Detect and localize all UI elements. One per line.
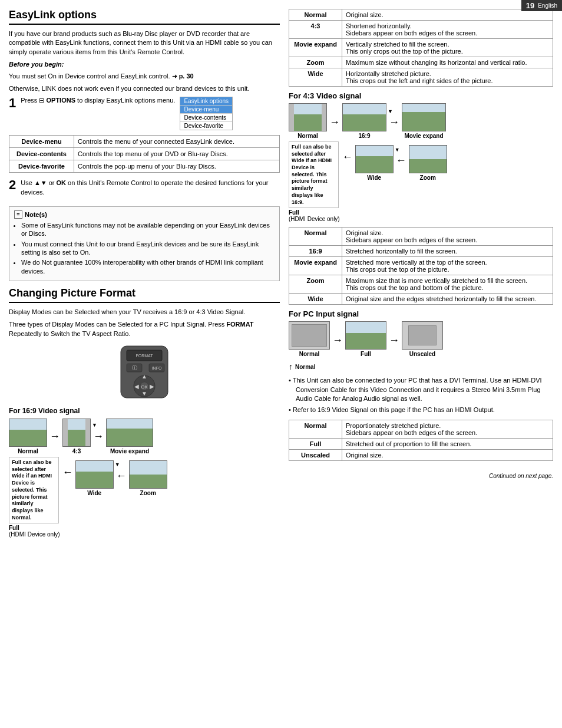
normal-pc-label: Normal: [299, 351, 319, 357]
picture-format-intro2: Three types of Display Modes can be Sele…: [9, 320, 280, 338]
caption-box-4-3: Full can also be selected after Wide if …: [289, 141, 339, 208]
arrow-l2-4-3: ▼←: [396, 154, 406, 167]
page-badge: 19 English: [521, 0, 562, 11]
table-row: Wide Original size and the edges stretch…: [289, 294, 553, 305]
arrow-l1-4-3: ←: [342, 151, 353, 163]
note-label: Note(s): [25, 211, 47, 218]
hdmi-only-label-4-3: (HDMI Device only): [289, 216, 340, 222]
desc-zoom-4-3: Maximum size that is more vertically str…: [342, 275, 553, 294]
step2-text: Use ▲▼ or OK on this Unit's Remote Contr…: [21, 179, 280, 197]
svg-text:FORMAT: FORMAT: [135, 354, 153, 358]
before-begin-text1: You must set On in Device control and Ea…: [9, 72, 280, 81]
caption-column-4-3: Full can also be selected after Wide if …: [289, 141, 340, 222]
zoom-box: [129, 460, 167, 489]
signal-4-3-title: For 4:3 Video signal: [289, 91, 553, 100]
arrow-r1: →: [329, 116, 340, 129]
table-row: Zoom Maximum size that is more verticall…: [289, 275, 553, 294]
svg-text:▶: ▶: [150, 383, 154, 390]
right-column: Normal Original size. 4:3 Shortened hori…: [289, 9, 553, 719]
popup-item-0[interactable]: Device-menu: [180, 105, 232, 113]
svg-text:ⓘ: ⓘ: [132, 365, 137, 371]
label-normal: Normal: [289, 9, 342, 21]
desc-unscaled-pc: Original size.: [342, 449, 553, 460]
table-row: 16:9 Stretched horizontally to fill the …: [289, 246, 553, 257]
table-row: 4:3 Shortened horizontally.Sidebars appe…: [289, 21, 553, 39]
popup-item-1[interactable]: Device-contents: [180, 113, 232, 121]
format-table-4-3: Normal Original size.Sidebars appear on …: [289, 227, 553, 305]
table-row: Device-favorite Controls the pop-up menu…: [9, 160, 280, 173]
caption-text: Full can also be selected after Wide if …: [12, 459, 52, 521]
remote-control-svg: FORMAT INFO ⓘ ▲ ▼ ◀ ▶ OK: [109, 343, 180, 402]
easylink-popup: EasyLink options Device-menu Device-cont…: [180, 97, 233, 130]
pc-normal-label: Normal: [295, 364, 315, 370]
step1-number: 1: [9, 97, 16, 110]
arrow-left-2: ▼←: [116, 470, 127, 482]
arrow-right-1: →: [49, 430, 60, 443]
format-table-16-9: Normal Original size. 4:3 Shortened hori…: [289, 9, 553, 87]
table-row: Zoom Maximum size without changing its h…: [289, 57, 553, 68]
diagram-row-2-wrapper: Full can also be selected after Wide if …: [9, 457, 280, 538]
indicator-down-2: ▼: [115, 462, 120, 467]
easylink-intro: If you have our brand products such as B…: [9, 29, 280, 57]
label-movie-expand: Movie expand: [289, 39, 342, 57]
diag-normal-pc: Normal: [289, 321, 330, 357]
16-9-box: [342, 103, 386, 131]
movie-expand-label: Movie expand: [110, 448, 149, 454]
unscaled-pc-box: [402, 321, 443, 350]
signal-16-9-section: For 16:9 Video signal Normal →: [9, 407, 280, 538]
note-item: We do Not guarantee 100% interoperabilit…: [21, 258, 275, 275]
label-normal-pc: Normal: [289, 420, 342, 438]
table-row: Normal Original size.Sidebars appear on …: [289, 228, 553, 246]
picture-format-intro1: Display Modes can be Selected when your …: [9, 308, 280, 317]
popup-item-2[interactable]: Device-favorite: [180, 121, 232, 130]
desc-normal-pc: Proportionately stretched picture.Sideba…: [342, 420, 553, 438]
caption-column: Full can also be selected after Wide if …: [9, 457, 60, 538]
indicator-down: ▼: [92, 422, 97, 428]
normal-label: Normal: [18, 448, 38, 454]
step2-number: 2: [9, 179, 16, 192]
step1-row: 1 Press ⊟ OPTIONS to display EasyLink op…: [9, 97, 280, 130]
full-pc-box: [345, 321, 386, 350]
label-unscaled-pc: Unscaled: [289, 449, 342, 460]
desc-zoom: Maximum size without changing its horizo…: [342, 57, 553, 68]
label-zoom: Zoom: [289, 57, 342, 68]
diag-zoom: Zoom: [129, 460, 167, 496]
popup-title: EasyLink options: [180, 97, 232, 105]
svg-text:▼: ▼: [141, 390, 147, 397]
zoom-4-3-label: Zoom: [420, 174, 436, 181]
bullet2: • Refer to 16:9 Video Signal on this pag…: [289, 406, 553, 414]
signal-pc-title: For PC Input signal: [289, 309, 553, 318]
arrow-pc-1: →: [332, 334, 343, 347]
label-full-pc: Full: [289, 438, 342, 449]
arrow-right-2: ▼→: [93, 430, 104, 443]
full-label-4-3: Full: [289, 209, 340, 216]
wide-4-3-label: Wide: [367, 174, 381, 181]
step1-content: Press ⊟ OPTIONS to display EasyLink opti…: [21, 97, 233, 130]
signal-16-9-title: For 16:9 Video signal: [9, 407, 280, 415]
label-movie-expand-4-3: Movie expand: [289, 257, 342, 275]
desc-full-pc: Stretched out of proportion to fill the …: [342, 438, 553, 449]
bullet1: • This Unit can also be connected to you…: [289, 376, 553, 403]
normal-pc-box: [289, 321, 330, 350]
page-number: 19: [526, 1, 534, 10]
arrow-symbol: ➜: [172, 73, 179, 80]
zoom-label: Zoom: [140, 490, 156, 496]
label-wide-4-3: Wide: [289, 294, 342, 305]
table-row: Wide Horizontally stretched picture.This…: [289, 68, 553, 87]
table-cell-desc: Controls the menu of your connected Easy…: [74, 136, 280, 148]
wide-box: [75, 460, 114, 489]
svg-text:INFO: INFO: [152, 366, 162, 370]
label-16-9: 16:9: [289, 246, 342, 257]
normal-box: [9, 419, 47, 447]
desc-4-3: Shortened horizontally.Sidebars appear o…: [342, 21, 553, 39]
easylink-section: EasyLink options If you have our brand p…: [9, 9, 280, 281]
diagram-4-3-row1: Normal → 16:9 ▼→ Movie ex: [289, 103, 553, 139]
note-box: = Note(s) Some of EasyLink functions may…: [9, 206, 280, 281]
notes-list: Some of EasyLink functions may not be av…: [14, 221, 275, 275]
note-header: = Note(s): [14, 210, 275, 219]
note-item: You must connect this Unit to our brand …: [21, 240, 275, 257]
zoom-4-3-box: [409, 145, 447, 173]
svg-text:OK: OK: [141, 384, 148, 390]
step2-content: Use ▲▼ or OK on this Unit's Remote Contr…: [21, 179, 280, 200]
diag-normal-16-9: Normal: [9, 419, 47, 454]
